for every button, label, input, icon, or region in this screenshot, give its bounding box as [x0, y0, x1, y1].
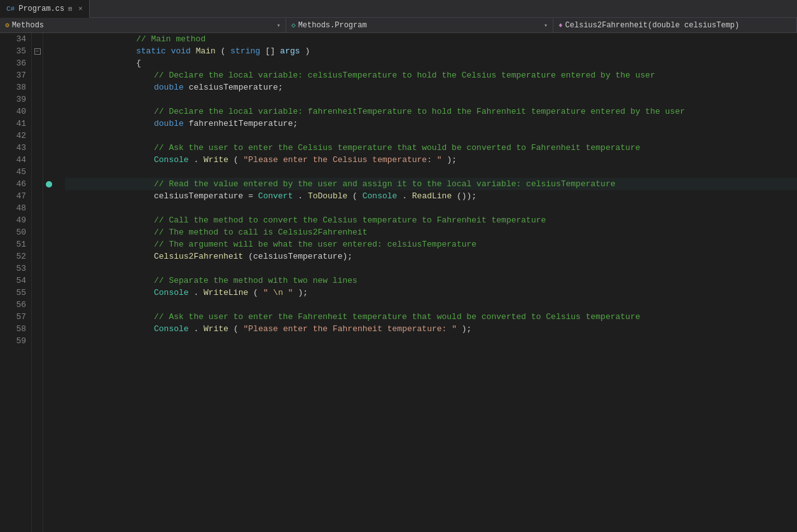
line-num-49: 49 — [5, 214, 26, 226]
comment-49: // Call the method to convert the Celsiu… — [65, 214, 546, 226]
tab-pin-icon: ⊞ — [68, 5, 72, 13]
namespace-label: Methods — [12, 21, 44, 30]
line-num-48: 48 — [5, 202, 26, 214]
kw-string: string — [230, 46, 260, 56]
code-line-57: // Ask the user to enter the Fahrenheit … — [65, 311, 797, 323]
code-editor: 34 35 36 37 38 39 40 41 42 43 44 45 46 4… — [0, 33, 797, 532]
plain-dot-47a: . — [298, 191, 303, 201]
line-num-41: 41 — [5, 118, 26, 130]
code-line-40: // Declare the local variable: fahrenhei… — [65, 106, 797, 118]
code-line-55: Console . WriteLine ( " \n " ); — [65, 287, 797, 299]
fold-46 — [32, 178, 43, 190]
code-line-50: // The method to call is Celsius2Fahrenh… — [65, 226, 797, 238]
fold-45 — [32, 166, 43, 178]
code-line-58: Console . Write ( "Please enter the Fahr… — [65, 323, 797, 335]
code-line-41: double fahrenheitTemperature; — [65, 118, 797, 130]
bp-45 — [43, 166, 55, 178]
code-text-area[interactable]: // Main method static void Main ( string… — [55, 33, 797, 532]
fold-42 — [32, 130, 43, 142]
method-c2f-52: Celsius2Fahrenheit — [154, 252, 243, 261]
bp-47 — [43, 190, 55, 202]
bp-54 — [43, 275, 55, 287]
method-dropdown[interactable]: ♦ Celsius2Fahrenheit(double celsiusTemp) — [553, 18, 797, 33]
line-num-56: 56 — [5, 299, 26, 311]
cs-file-icon: C# — [6, 5, 15, 13]
bp-40 — [43, 106, 55, 118]
fold-52 — [32, 250, 43, 263]
fold-49 — [32, 214, 43, 226]
plain-celsius-decl: celsiusTemperature; — [189, 83, 283, 92]
tab-close-button[interactable]: × — [78, 5, 83, 13]
fold-50 — [32, 226, 43, 238]
tab-label: Program.cs — [18, 4, 64, 13]
plain-paren-47a: ( — [352, 191, 357, 201]
line-num-47: 47 — [5, 190, 26, 202]
string-44: "Please enter the Celsius temperature: " — [244, 155, 442, 165]
bp-42 — [43, 130, 55, 142]
fold-56 — [32, 299, 43, 311]
bp-46 — [43, 178, 55, 190]
fold-35[interactable]: − — [32, 45, 43, 57]
comment-54: // Separate the method with two new line… — [65, 275, 357, 287]
code-line-38: double celsiusTemperature; — [65, 81, 797, 93]
code-line-45 — [65, 166, 797, 178]
plain-dot-55: . — [193, 288, 198, 297]
line-num-46: 46 — [5, 178, 26, 190]
line-num-58: 58 — [5, 323, 26, 335]
plain-paren-44: ( — [233, 155, 239, 165]
fold-48 — [32, 202, 43, 214]
plain-paren: ( — [221, 46, 226, 56]
line-num-44: 44 — [5, 154, 26, 166]
code-line-51: // The argument will be what the user en… — [65, 238, 797, 250]
namespace-dropdown[interactable]: ⚙ Methods ▾ — [0, 18, 286, 33]
class-dropdown[interactable]: ◇ Methods.Program ▾ — [286, 18, 553, 33]
class-icon: ◇ — [291, 21, 296, 29]
program-cs-tab[interactable]: C# Program.cs ⊞ × — [0, 0, 90, 18]
string-55-q2: " — [288, 288, 293, 297]
code-line-35: static void Main ( string [] args ) — [65, 45, 797, 57]
bp-39 — [43, 93, 55, 106]
line-num-53: 53 — [5, 263, 26, 275]
line-num-38: 38 — [5, 81, 26, 93]
bp-48 — [43, 202, 55, 214]
line-num-45: 45 — [5, 166, 26, 178]
kw-double-38: double — [154, 83, 184, 92]
plain-closeparen: ) — [305, 46, 310, 56]
method-write-44: Write — [204, 155, 228, 165]
code-line-59 — [65, 335, 797, 347]
bp-58 — [43, 323, 55, 335]
plain-paren-58: ( — [233, 324, 239, 334]
plain-52: (celsiusTemperature); — [248, 252, 352, 261]
code-line-42 — [65, 130, 797, 142]
fold-38 — [32, 81, 43, 93]
fold-51 — [32, 238, 43, 250]
comment-46: // Read the value entered by the user an… — [65, 178, 616, 190]
line-numbers-gutter: 34 35 36 37 38 39 40 41 42 43 44 45 46 4… — [0, 33, 32, 532]
comment-34: // Main method — [65, 33, 205, 45]
class-convert-47: Convert — [258, 191, 293, 201]
plain-paren-55: ( — [253, 288, 258, 297]
plain-close-47: ()); — [457, 191, 476, 201]
kw-void: void — [171, 46, 191, 56]
fold-minus-icon[interactable]: − — [34, 48, 41, 55]
bp-41 — [43, 118, 55, 130]
line-num-57: 57 — [5, 311, 26, 323]
class-console-58: Console — [154, 324, 189, 334]
bp-38 — [43, 81, 55, 93]
tab-bar: C# Program.cs ⊞ × — [0, 0, 797, 18]
method-main: Main — [196, 46, 216, 56]
fold-40 — [32, 106, 43, 118]
method-readline-47: ReadLine — [412, 191, 452, 201]
fold-57 — [32, 311, 43, 323]
line-num-54: 54 — [5, 275, 26, 287]
fold-47 — [32, 190, 43, 202]
line-num-36: 36 — [5, 57, 26, 69]
plain-dot-44: . — [193, 155, 198, 165]
fold-59 — [32, 335, 43, 347]
plain-semi-44: ); — [447, 155, 457, 165]
line-num-52: 52 — [5, 250, 26, 263]
plain-dot-47b: . — [402, 191, 407, 201]
bp-50 — [43, 226, 55, 238]
line-num-39: 39 — [5, 93, 26, 106]
code-line-37: // Declare the local variable: celsiusTe… — [65, 69, 797, 81]
